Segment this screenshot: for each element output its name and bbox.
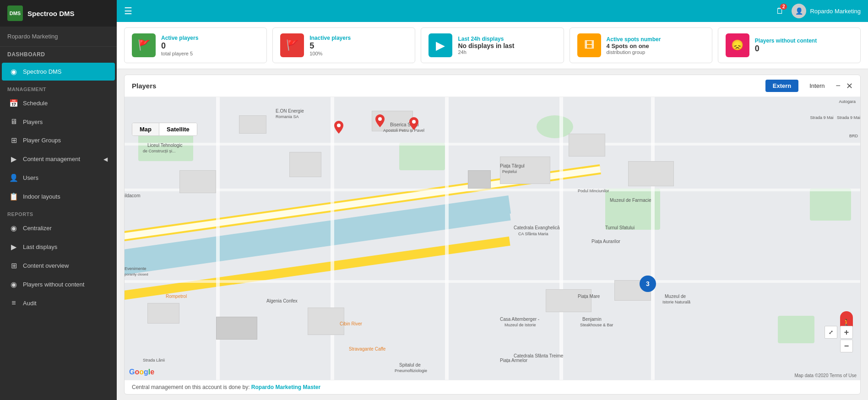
sidebar-label-audit: Audit	[23, 300, 37, 307]
active-players-icon: 🚩	[132, 33, 156, 57]
notification-count: 2	[780, 4, 787, 10]
sidebar-item-player-groups[interactable]: ⊞ Player Groups	[2, 131, 115, 149]
sidebar-label-users: Users	[23, 174, 38, 181]
management-label: Management	[0, 81, 117, 94]
sidebar-item-players-without-content[interactable]: ◉ Players without content	[2, 276, 115, 293]
sidebar-item-players[interactable]: 🖥 Players	[2, 113, 115, 130]
players-without-content-text: Players without content 0	[755, 38, 817, 54]
sidebar-active-label: Spectroo DMS	[23, 68, 62, 75]
sidebar-item-content-management[interactable]: ▶ Content management ◀	[2, 150, 115, 168]
users-icon: 👤	[9, 173, 18, 182]
user-avatar: 👤	[792, 4, 806, 18]
map-footer: Central management on this account is do…	[125, 380, 860, 394]
sidebar-label-indoor-layouts: Indoor layouts	[23, 193, 60, 200]
map-cluster[interactable]: 3	[640, 276, 656, 292]
sidebar-item-spectroo[interactable]: ◉ Spectroo DMS	[2, 63, 115, 81]
active-players-value: 0	[161, 41, 198, 51]
sidebar-label-content-management: Content management	[23, 156, 80, 162]
last-displays-value: No displays in last	[458, 42, 514, 49]
sidebar-item-indoor-layouts[interactable]: 📋 Indoor layouts	[2, 188, 115, 205]
map-attribution: Map data ©2020 Terms of Use	[794, 373, 857, 378]
sidebar-label-content-overview: Content overview	[23, 262, 69, 269]
inactive-players-sub: 100%	[309, 51, 351, 56]
main-content: ☰ 🗒 2 👤 Ropardo Marketing 🚩 Active playe…	[117, 0, 868, 400]
stats-row: 🚩 Active players 0 total playere 5 🚩 Ina…	[117, 22, 868, 69]
zoom-in-button[interactable]: +	[840, 326, 853, 339]
intern-button[interactable]: Intern	[802, 80, 832, 92]
topbar: ☰ 🗒 2 👤 Ropardo Marketing	[117, 0, 868, 22]
map-canvas: E.ON Energie Romania SA Biserica Sfinții…	[125, 97, 860, 380]
content-management-icon: ▶	[9, 155, 18, 163]
zoom-out-button[interactable]: −	[840, 340, 853, 352]
sidebar-item-content-overview[interactable]: ⊞ Content overview	[2, 257, 115, 275]
centralizer-icon: ◉	[9, 224, 18, 232]
players-icon: 🖥	[9, 118, 18, 126]
sidebar-label-last-displays: Last displays	[23, 243, 57, 250]
last-displays-icon: ▶	[9, 243, 18, 251]
svg-point-2	[412, 120, 416, 124]
last-displays-stat-icon: ▶	[429, 33, 452, 57]
content-management-arrow-icon: ◀	[103, 156, 108, 162]
player-groups-icon: ⊞	[9, 136, 18, 145]
active-spots-value: 4 Spots on one	[607, 43, 661, 49]
stat-inactive-players: 🚩 Inactive players 5 100%	[272, 27, 415, 63]
content-overview-icon: ⊞	[9, 261, 18, 270]
active-spots-label: Active spots number	[607, 36, 661, 43]
sidebar-label-players: Players	[23, 119, 43, 125]
app-title: Spectroo DMS	[27, 10, 75, 17]
schedule-icon: 📅	[9, 99, 18, 108]
map-title: Players	[132, 82, 156, 90]
map-zoom-controls: + −	[840, 326, 853, 352]
map-footer-link[interactable]: Ropardo Marketing Master	[251, 384, 320, 390]
inactive-players-value: 5	[309, 41, 351, 51]
active-spots-sub: distribution group	[607, 49, 661, 55]
map-view-toggle: Map Satellite	[132, 123, 197, 136]
players-without-content-icon: ◉	[9, 280, 18, 289]
players-without-content-stat-icon: 😞	[726, 33, 749, 57]
sidebar-item-last-displays[interactable]: ▶ Last displays	[2, 238, 115, 256]
sidebar: DMS Spectroo DMS Ropardo Marketing Dashb…	[0, 0, 117, 400]
sidebar-item-users[interactable]: 👤 Users	[2, 169, 115, 187]
notifications-button[interactable]: 🗒 2	[776, 6, 784, 16]
svg-point-0	[337, 124, 341, 127]
active-spots-text: Active spots number 4 Spots on one distr…	[607, 36, 661, 55]
map-marker-3[interactable]	[409, 117, 418, 130]
google-logo: Google	[129, 368, 154, 376]
map-controls: Extern Intern − ✕	[765, 80, 853, 92]
sidebar-item-centralizer[interactable]: ◉ Centralizer	[2, 219, 115, 237]
svg-point-1	[378, 117, 382, 121]
reports-label: Reports	[0, 206, 117, 219]
map-view-map-button[interactable]: Map	[132, 123, 159, 135]
indoor-layouts-icon: 📋	[9, 192, 18, 201]
map-footer-text: Central management on this account is do…	[132, 384, 250, 390]
stat-active-spots: 🎞 Active spots number 4 Spots on one dis…	[570, 27, 712, 63]
map-close-button[interactable]: ✕	[846, 81, 853, 91]
sidebar-item-schedule[interactable]: 📅 Schedule	[2, 94, 115, 112]
active-players-sub: total playere 5	[161, 51, 198, 56]
map-fullscreen-button[interactable]: ⤢	[825, 326, 837, 339]
map-minimize-button[interactable]: −	[835, 81, 841, 91]
extern-button[interactable]: Extern	[765, 80, 798, 92]
inactive-players-text: Inactive players 5 100%	[309, 35, 351, 56]
map-marker-2[interactable]	[375, 114, 385, 127]
user-name: Ropardo Marketing	[810, 8, 861, 15]
topbar-left: ☰	[124, 5, 132, 16]
user-menu[interactable]: 👤 Ropardo Marketing	[792, 4, 861, 18]
sidebar-item-audit[interactable]: ≡ Audit	[2, 294, 115, 312]
sidebar-account: Ropardo Marketing	[0, 27, 117, 47]
active-players-text: Active players 0 total playere 5	[161, 35, 198, 56]
spectroo-icon: ◉	[9, 67, 18, 76]
map-marker-1[interactable]	[334, 121, 343, 134]
menu-toggle-button[interactable]: ☰	[124, 5, 132, 16]
fake-map[interactable]: E.ON Energie Romania SA Biserica Sfinții…	[125, 97, 860, 380]
map-header: Players Extern Intern − ✕	[125, 75, 860, 97]
stat-players-without-content: 😞 Players without content 0	[718, 27, 861, 63]
players-without-content-label: Players without content	[755, 38, 817, 44]
audit-icon: ≡	[9, 299, 18, 307]
sidebar-label-schedule: Schedule	[23, 100, 48, 107]
sidebar-label-centralizer: Centralizer	[23, 225, 52, 232]
inactive-players-label: Inactive players	[309, 35, 351, 41]
sidebar-header: DMS Spectroo DMS	[0, 0, 117, 27]
map-view-satellite-button[interactable]: Satellite	[159, 123, 197, 135]
stat-active-players: 🚩 Active players 0 total playere 5	[124, 27, 267, 63]
